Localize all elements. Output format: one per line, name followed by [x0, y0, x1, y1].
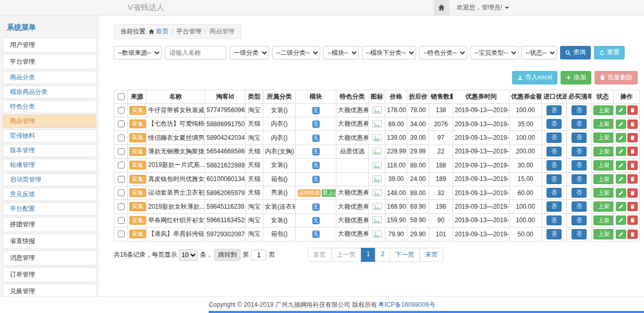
status-button[interactable]: 上架: [593, 188, 614, 198]
must-buy-toggle[interactable]: 否: [572, 215, 587, 225]
delete-button[interactable]: [627, 230, 638, 239]
import-select-toggle[interactable]: 否: [546, 133, 562, 142]
must-buy-toggle[interactable]: 否: [572, 119, 587, 129]
breadcrumb-item[interactable]: 平台管理: [176, 27, 201, 36]
must-buy-toggle[interactable]: 否: [572, 160, 587, 170]
status-button[interactable]: 上架: [593, 119, 614, 129]
sidebar-item[interactable]: 商品分类: [3, 71, 96, 84]
edit-button[interactable]: [616, 230, 626, 239]
edit-button[interactable]: [616, 215, 626, 225]
level2-category-select[interactable]: --二级分类--: [272, 46, 320, 59]
row-checkbox[interactable]: [118, 189, 125, 196]
row-checkbox[interactable]: [118, 203, 125, 210]
edit-button[interactable]: [616, 133, 626, 142]
jump-page-input[interactable]: [251, 250, 266, 260]
delete-button[interactable]: [627, 105, 638, 115]
must-buy-toggle[interactable]: 否: [572, 174, 587, 184]
edit-button[interactable]: [616, 105, 626, 115]
level1-category-select[interactable]: 一级分类: [229, 46, 269, 59]
must-buy-toggle[interactable]: 否: [572, 147, 587, 156]
delete-button[interactable]: [627, 188, 638, 198]
delete-button[interactable]: [627, 133, 638, 142]
import-excel-button[interactable]: 导入excel: [512, 71, 557, 85]
sidebar-item[interactable]: 平台管理: [3, 54, 96, 69]
edit-button[interactable]: [616, 202, 626, 211]
sidebar-item[interactable]: 订单管理: [3, 267, 96, 282]
item-type-select[interactable]: --宝贝类型--: [470, 46, 518, 59]
edit-button[interactable]: [616, 174, 626, 184]
sidebar-item[interactable]: 宣传物料: [3, 129, 96, 142]
sidebar-item[interactable]: 版本管理: [3, 144, 96, 157]
must-buy-toggle[interactable]: 否: [572, 229, 587, 239]
jump-button[interactable]: 跳转到: [214, 249, 240, 261]
must-buy-toggle[interactable]: 否: [572, 188, 587, 198]
data-source-select[interactable]: --数据来源--: [114, 46, 162, 59]
row-checkbox[interactable]: [118, 135, 125, 141]
status-button[interactable]: 上架: [593, 174, 614, 184]
status-button[interactable]: 上架: [593, 160, 614, 170]
pagination-prev[interactable]: 上一页: [331, 248, 361, 262]
edit-button[interactable]: [616, 147, 626, 156]
reset-button[interactable]: 重置: [594, 46, 625, 59]
sidebar-item[interactable]: 特色分类: [3, 100, 96, 113]
import-select-toggle[interactable]: 否: [546, 215, 562, 225]
status-button[interactable]: 上架: [593, 215, 614, 225]
sidebar-item[interactable]: 兑换管理: [3, 284, 96, 296]
import-select-toggle[interactable]: 否: [546, 147, 562, 156]
must-buy-toggle[interactable]: 否: [572, 105, 587, 115]
row-checkbox[interactable]: [118, 176, 125, 183]
batch-delete-button[interactable]: 批量删除: [594, 71, 638, 85]
pagination-page[interactable]: 1: [361, 248, 376, 262]
edit-button[interactable]: [616, 119, 626, 129]
per-page-select[interactable]: 10: [179, 249, 198, 261]
sidebar-item[interactable]: 商品管理: [3, 115, 96, 128]
search-button[interactable]: 查询: [560, 46, 591, 59]
sidebar-item[interactable]: 省直快报: [3, 234, 96, 249]
pagination-next[interactable]: 下一页: [390, 248, 420, 262]
status-select[interactable]: --状态--: [521, 46, 557, 59]
sidebar-item[interactable]: 用户管理: [3, 38, 96, 53]
delete-button[interactable]: [627, 119, 638, 129]
delete-button[interactable]: [627, 174, 638, 184]
select-all-checkbox[interactable]: [118, 93, 125, 100]
sidebar-item[interactable]: 模块商品分类: [3, 86, 96, 99]
name-search-input[interactable]: [165, 46, 226, 59]
sidebar-item[interactable]: 意见反馈: [3, 188, 96, 201]
home-button[interactable]: [434, 0, 449, 15]
sidebar-item[interactable]: 轮播管理: [3, 159, 96, 172]
must-buy-toggle[interactable]: 否: [572, 201, 587, 211]
sidebar-item[interactable]: 消息管理: [3, 250, 96, 266]
row-checkbox[interactable]: [118, 121, 125, 127]
user-menu[interactable]: 欢迎您，管理员!: [449, 0, 516, 15]
delete-button[interactable]: [627, 161, 638, 170]
row-checkbox[interactable]: [118, 162, 125, 168]
module-select[interactable]: --模块--: [323, 46, 359, 59]
pagination-last[interactable]: 末页: [419, 248, 443, 262]
breadcrumb-home-link[interactable]: 首页: [149, 27, 168, 36]
special-category-select[interactable]: --特色分类--: [419, 46, 467, 59]
delete-button[interactable]: [627, 147, 638, 156]
sidebar-item[interactable]: 启动页管理: [3, 173, 96, 186]
import-select-toggle[interactable]: 否: [546, 105, 562, 115]
import-select-toggle[interactable]: 否: [546, 188, 562, 198]
delete-button[interactable]: [627, 202, 638, 211]
status-button[interactable]: 上架: [593, 229, 614, 239]
row-checkbox[interactable]: [118, 217, 125, 224]
module-subcategory-select[interactable]: --模块下分类--: [362, 46, 416, 59]
edit-button[interactable]: [616, 188, 626, 198]
status-button[interactable]: 上架: [593, 147, 614, 156]
import-select-toggle[interactable]: 否: [546, 229, 562, 239]
import-select-toggle[interactable]: 否: [546, 174, 562, 184]
pagination-page[interactable]: 2: [375, 248, 391, 262]
pagination-first[interactable]: 首页: [308, 248, 332, 262]
row-checkbox[interactable]: [118, 148, 125, 155]
delete-button[interactable]: [627, 215, 638, 225]
import-select-toggle[interactable]: 否: [546, 201, 562, 211]
sidebar-item[interactable]: 拼团管理: [3, 217, 96, 232]
status-button[interactable]: 上架: [593, 201, 614, 211]
edit-button[interactable]: [616, 161, 626, 170]
sidebar-item[interactable]: 平台配置: [3, 202, 96, 215]
icp-link[interactable]: 粤ICP备16098006号: [378, 300, 435, 309]
status-button[interactable]: 上架: [593, 133, 614, 142]
row-checkbox[interactable]: [118, 231, 125, 237]
